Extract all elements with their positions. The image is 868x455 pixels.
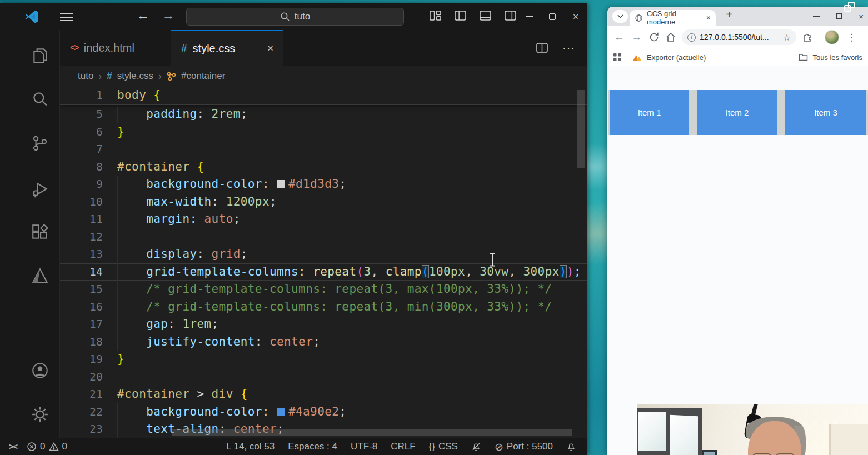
status-bar: >< 0 0 L 14, col 53 Espaces : 4 UTF-8 CR… <box>0 438 587 455</box>
language-label: CSS <box>438 441 458 452</box>
nav-back-button[interactable]: ← <box>134 8 151 23</box>
breadcrumb-folder[interactable]: tuto <box>78 71 93 82</box>
code-text: } <box>117 352 124 366</box>
tab-search-button[interactable] <box>612 10 628 23</box>
forward-button[interactable]: → <box>631 31 643 43</box>
cursor-position[interactable]: L 14, col 53 <box>226 441 275 452</box>
code-line[interactable]: 9 background-color: #d1d3d3; <box>60 176 587 193</box>
eol-setting[interactable]: CRLF <box>391 441 415 452</box>
extensions-icon[interactable] <box>31 223 49 242</box>
code-text: max-width: 1200px; <box>117 195 277 208</box>
problems-indicator[interactable]: 0 0 <box>27 441 67 452</box>
home-button[interactable] <box>665 32 676 43</box>
line-number: 22 <box>60 403 103 421</box>
live-server-port[interactable]: ⊘ Port : 5500 <box>495 441 553 453</box>
code-line[interactable]: 7 <box>60 141 587 158</box>
breadcrumb-symbol[interactable]: #container <box>181 71 225 82</box>
color-swatch[interactable] <box>277 180 285 188</box>
exporter-favicon <box>632 53 642 62</box>
site-info-icon[interactable]: i <box>687 33 696 42</box>
menu-hamburger-icon[interactable] <box>60 11 73 22</box>
maximize-button[interactable] <box>541 3 564 30</box>
explorer-icon[interactable] <box>31 46 49 65</box>
tab-close-icon[interactable]: × <box>706 13 711 22</box>
browser-viewport: Item 1Item 2Item 3 <box>607 66 868 455</box>
code-text: justify-content: center; <box>117 335 320 348</box>
horizontal-scrollbar[interactable] <box>172 429 572 436</box>
toggle-primary-sidebar-icon[interactable] <box>455 11 466 21</box>
code-line[interactable]: 21#container > div { <box>60 386 587 403</box>
profile-avatar[interactable] <box>825 30 839 44</box>
vscode-titlebar[interactable]: ← → tuto × <box>0 3 587 30</box>
bookmark-exporter[interactable]: Exporter (actuelle) <box>647 53 706 62</box>
tab-close-icon[interactable]: × <box>267 42 273 54</box>
code-line[interactable]: 22 background-color: #4a90e2; <box>60 403 587 421</box>
indentation-setting[interactable]: Espaces : 4 <box>288 441 337 452</box>
toggle-panel-icon[interactable] <box>480 11 491 21</box>
code-text: display: grid; <box>117 247 248 261</box>
code-line[interactable]: 12 <box>60 228 587 246</box>
code-line[interactable]: 6} <box>60 123 587 141</box>
language-mode[interactable]: {} CSS <box>429 441 458 452</box>
bookmark-star-icon[interactable]: ☆ <box>783 32 791 43</box>
address-bar[interactable]: i 127.0.0.1:5500/tut... ☆ <box>682 29 796 45</box>
line-number: 11 <box>60 211 103 228</box>
code-line[interactable]: 15 /* grid-template-columns: repeat(3, m… <box>60 281 587 298</box>
close-button[interactable]: × <box>564 3 587 30</box>
minimize-button[interactable] <box>813 16 820 17</box>
code-line[interactable]: 13 display: grid; <box>60 246 587 263</box>
grid-item: Item 2 <box>697 90 777 135</box>
more-actions-icon[interactable]: ··· <box>562 42 575 54</box>
new-tab-button[interactable]: + <box>722 8 736 21</box>
reload-button[interactable] <box>648 32 660 43</box>
browser-tab-strip[interactable]: CCS grid moderne × + × <box>607 7 868 26</box>
nav-forward-button[interactable]: → <box>160 8 177 23</box>
source-control-icon[interactable] <box>31 134 49 153</box>
code-text: gap: 1rem; <box>117 317 219 331</box>
folder-icon <box>799 53 808 61</box>
color-swatch[interactable] <box>277 408 285 416</box>
back-button[interactable]: ← <box>613 31 625 43</box>
code-line[interactable]: 14 grid-template-columns: repeat(3, clam… <box>60 263 587 281</box>
line-number: 9 <box>60 176 103 193</box>
split-editor-icon[interactable] <box>536 43 548 53</box>
encoding-setting[interactable]: UTF-8 <box>351 441 377 452</box>
code-line[interactable]: 5 padding: 2rem; <box>60 106 587 123</box>
notifications-bell-icon[interactable] <box>566 442 576 452</box>
maximize-button[interactable] <box>836 13 842 19</box>
toggle-secondary-sidebar-icon[interactable] <box>505 11 516 21</box>
code-line[interactable]: 10 max-width: 1200px; <box>60 193 587 211</box>
picture-frame <box>702 450 717 455</box>
code-line[interactable]: 8#container { <box>60 158 587 176</box>
prism-extension-icon[interactable] <box>31 267 49 286</box>
breadcrumb-file[interactable]: style.css <box>117 71 153 82</box>
customize-layout-icon[interactable] <box>430 11 441 21</box>
run-debug-icon[interactable] <box>31 179 49 198</box>
extensions-puzzle-icon[interactable] <box>802 32 813 43</box>
command-center-search[interactable]: tuto <box>186 8 404 26</box>
search-sidebar-icon[interactable] <box>31 90 49 109</box>
line-number: 6 <box>60 123 103 141</box>
browser-toolbar: ← → i 127.0.0.1:5500/tut... ☆ ⋮ <box>607 26 868 49</box>
sticky-code-line[interactable]: 1body { <box>60 87 587 104</box>
code-line[interactable]: 16 /* grid-template-columns: repeat(3, m… <box>60 298 587 316</box>
all-favorites-button[interactable]: Tous les favoris <box>812 53 862 62</box>
tab-style-css[interactable]: # style.css × <box>171 30 283 66</box>
browser-tab[interactable]: CCS grid moderne × <box>630 10 716 26</box>
browser-menu-icon[interactable]: ⋮ <box>845 32 859 43</box>
bell-slash-icon[interactable] <box>471 442 481 452</box>
tab-index-html[interactable]: <> index.html <box>60 30 171 66</box>
minimize-button[interactable] <box>517 3 541 30</box>
settings-gear-icon[interactable] <box>31 405 49 424</box>
code-line[interactable]: 17 gap: 1rem; <box>60 316 587 333</box>
close-button[interactable]: × <box>859 12 864 21</box>
code-editor[interactable]: 1body { 5 padding: 2rem;6}78#container {… <box>60 87 587 438</box>
code-line[interactable]: 18 justify-content: center; <box>60 333 587 351</box>
apps-grid-icon[interactable] <box>613 53 622 62</box>
vertical-scrollbar[interactable] <box>577 90 585 168</box>
code-line[interactable]: 19} <box>60 351 587 368</box>
account-icon[interactable] <box>31 361 49 380</box>
code-line[interactable]: 11 margin: auto; <box>60 211 587 228</box>
remote-window-icon[interactable]: >< <box>9 442 17 452</box>
code-line[interactable]: 20 <box>60 368 587 386</box>
